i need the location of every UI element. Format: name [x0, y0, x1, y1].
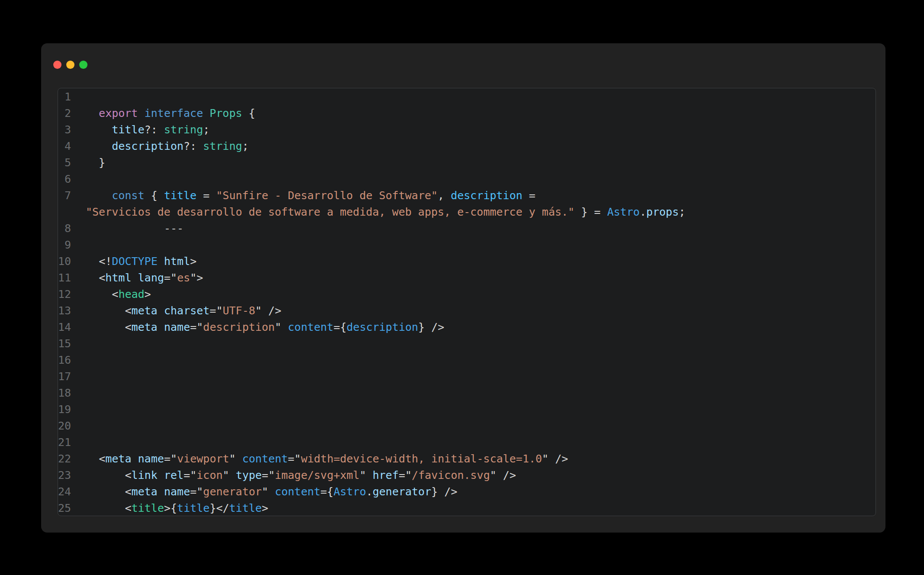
- code-token: <: [86, 452, 105, 465]
- code-line: 17: [58, 368, 876, 385]
- code-text: ---: [86, 220, 184, 237]
- code-token: title: [112, 123, 144, 136]
- code-token: description: [346, 321, 418, 333]
- code-token: Astro: [607, 206, 640, 218]
- code-line: 1: [58, 89, 876, 105]
- code-token: [86, 222, 164, 235]
- code-token: <: [86, 271, 105, 284]
- code-line: 8 ---: [58, 220, 876, 237]
- code-token: ,: [438, 189, 451, 202]
- code-token: ": [275, 321, 281, 333]
- code-text: <meta name="description" content={descri…: [86, 319, 444, 336]
- code-line: 23 <link rel="icon" type="image/svg+xml"…: [58, 467, 876, 484]
- line-number: 4: [58, 138, 71, 155]
- code-token: <: [86, 321, 131, 333]
- code-token: <: [86, 502, 131, 514]
- code-line: 11 <html lang="es">: [58, 270, 876, 286]
- line-number: 24: [58, 484, 71, 500]
- code-token: [158, 255, 164, 268]
- code-text: export interface Props {: [86, 105, 255, 122]
- code-token: ": [405, 469, 412, 481]
- code-token: props: [646, 206, 678, 218]
- editor-window: 12 export interface Props {3 title?: str…: [41, 43, 885, 533]
- code-line: 10 <!DOCTYPE html>: [58, 253, 876, 270]
- code-token: content: [242, 452, 288, 465]
- code-token: }: [210, 502, 216, 514]
- code-token: lang: [138, 271, 164, 284]
- code-token: ?:: [184, 140, 203, 152]
- code-text: <link rel="icon" type="image/svg+xml" hr…: [86, 467, 516, 484]
- code-text: <head>: [86, 286, 151, 303]
- code-token: [86, 189, 112, 202]
- code-token: generator: [373, 485, 431, 498]
- code-token: {: [144, 189, 164, 202]
- code-token: [138, 107, 144, 120]
- code-token: {: [340, 321, 346, 333]
- code-token: ": [542, 452, 549, 465]
- code-token: [158, 485, 164, 498]
- code-token: =: [164, 271, 171, 284]
- line-number: 25: [58, 500, 71, 516]
- line-number: [58, 204, 71, 220]
- code-text: description?: string;: [86, 138, 249, 155]
- code-text: <title>{title}</title>: [86, 500, 268, 516]
- code-token: ": [268, 469, 275, 481]
- code-text: <!DOCTYPE html>: [86, 253, 197, 270]
- code-token: [229, 469, 236, 481]
- line-number: 22: [58, 451, 71, 467]
- minimize-button[interactable]: [66, 61, 74, 69]
- close-button[interactable]: [53, 61, 61, 69]
- code-token: DOCTYPE: [112, 255, 157, 268]
- line-number: 23: [58, 467, 71, 484]
- code-line: 24 <meta name="generator" content={Astro…: [58, 484, 876, 500]
- code-token: [131, 452, 138, 465]
- code-token: />: [438, 485, 457, 498]
- line-number: 5: [58, 155, 71, 171]
- line-number: 9: [58, 237, 71, 253]
- code-token: =: [262, 469, 268, 481]
- code-token: content: [288, 321, 333, 333]
- line-number: 21: [58, 434, 71, 451]
- line-number: 16: [58, 352, 71, 368]
- code-token: [86, 123, 112, 136]
- maximize-button[interactable]: [79, 61, 87, 69]
- code-line: "Servicios de desarrollo de software a m…: [58, 204, 876, 220]
- code-token: type: [236, 469, 262, 481]
- code-token: =: [320, 485, 327, 498]
- code-token: ": [197, 485, 203, 498]
- code-line: 16: [58, 352, 876, 368]
- code-token: />: [262, 304, 281, 317]
- code-token: <!: [99, 255, 112, 268]
- code-token: export: [99, 107, 138, 120]
- code-text: "Servicios de desarrollo de software a m…: [86, 204, 685, 220]
- code-token: rel: [164, 469, 184, 481]
- code-token: icon: [197, 469, 223, 481]
- code-token: html: [105, 271, 131, 284]
- code-token: ;: [679, 206, 685, 218]
- code-token: ": [294, 452, 301, 465]
- code-token: ?:: [144, 123, 164, 136]
- code-token: meta: [105, 452, 131, 465]
- line-number: 3: [58, 122, 71, 138]
- code-token: width=device-width, initial-scale=1.0: [301, 452, 542, 465]
- code-text: const { title = "Sunfire - Desarrollo de…: [86, 187, 536, 204]
- code-token: viewport: [177, 452, 229, 465]
- code-token: interface: [144, 107, 203, 120]
- line-number: 2: [58, 105, 71, 122]
- code-token: [203, 107, 210, 120]
- code-token: Props: [210, 107, 242, 120]
- code-token: <: [86, 485, 131, 498]
- code-token: es: [177, 271, 190, 284]
- code-token: html: [164, 255, 190, 268]
- code-token: <: [86, 469, 131, 481]
- code-token: "Servicios de desarrollo de software a m…: [86, 206, 575, 218]
- code-token: description: [112, 140, 184, 152]
- window-titlebar: [41, 43, 885, 87]
- code-token: generator: [203, 485, 262, 498]
- code-token: =: [184, 469, 190, 481]
- code-token: ": [229, 452, 236, 465]
- line-number: 8: [58, 220, 71, 237]
- code-line: 3 title?: string;: [58, 122, 876, 138]
- code-token: link: [131, 469, 157, 481]
- code-token: }: [431, 485, 438, 498]
